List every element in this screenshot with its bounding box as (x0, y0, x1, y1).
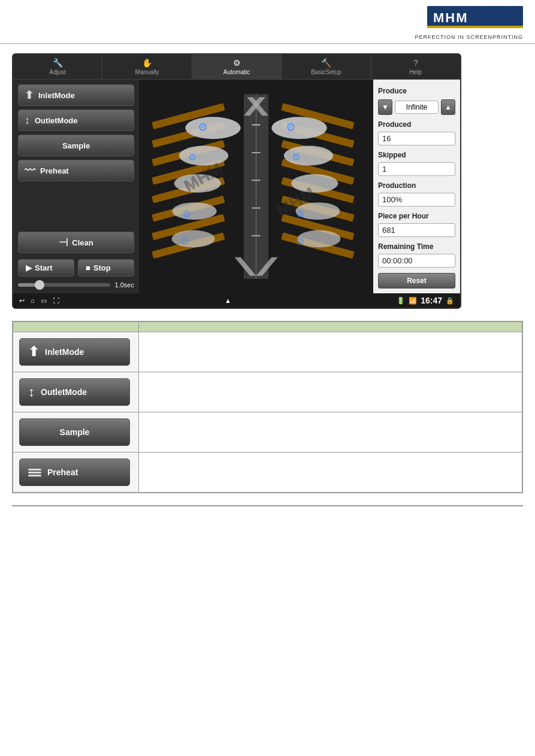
start-label: Start (35, 263, 53, 272)
remaining-time-label: Remaining Time (378, 242, 455, 251)
table-cell-sample-desc (139, 412, 522, 453)
svg-text:⚙: ⚙ (286, 121, 296, 133)
outlet-mode-icon: ↕ (25, 114, 30, 127)
window-icon[interactable]: ▭ (41, 297, 47, 305)
table-cell-preheat-btn: Preheat (13, 453, 139, 493)
wifi-icon: 📶 (409, 297, 417, 305)
content-row: ⬆ InletMode ↕ OutletMode Sample 〰 Prehea… (13, 80, 460, 293)
produced-label: Produced (378, 120, 455, 129)
svg-point-24 (173, 202, 217, 220)
stop-button[interactable]: ■ Stop (78, 259, 134, 277)
tab-automatic-label: Automatic (223, 69, 250, 75)
bottom-line (12, 505, 523, 509)
table-outlet-mode-button[interactable]: ↕ OutletMode (19, 378, 130, 406)
status-bar: ↩ ⌂ ▭ ⛶ ▲ 🔋 📶 16:47 🔒 (13, 293, 460, 308)
table-inlet-mode-button[interactable]: ⬆ InletMode (19, 338, 130, 366)
tab-help-label: Help (410, 69, 422, 75)
table-cell-inletmode-btn: ⬆ InletMode (13, 332, 139, 372)
svg-text:⚙: ⚙ (181, 236, 189, 247)
scroll-up-icon[interactable]: ▲ (225, 297, 231, 304)
outlet-mode-label: OutletMode (35, 116, 78, 125)
production-value: 100% (378, 193, 455, 207)
time-display: 16:47 (421, 296, 442, 305)
start-icon: ▶ (26, 263, 32, 272)
skipped-value: 1 (378, 162, 455, 176)
speed-value: 1.0sec (115, 281, 134, 289)
slider-thumb[interactable] (35, 280, 44, 290)
preheat-label: Preheat (40, 166, 69, 175)
table-inlet-mode-label: InletMode (45, 347, 84, 357)
sample-button[interactable]: Sample (18, 135, 134, 156)
logo-tagline: PERFECTION IN SCREENPRINTING (415, 34, 523, 40)
table-preheat-button[interactable]: Preheat (19, 459, 130, 486)
svg-text:⚙: ⚙ (292, 151, 300, 162)
mhm-logo: MHM (427, 6, 523, 33)
nav-tabs: 🔧 Adjust ✋ Manually ⚙ Automatic 🔨 BasicS… (13, 54, 460, 80)
fullscreen-icon[interactable]: ⛶ (53, 297, 59, 304)
svg-point-25 (172, 230, 215, 248)
svg-point-26 (271, 117, 327, 139)
right-stats-panel: Produce ▼ Infinite ▲ Produced 16 Skipped… (373, 80, 460, 293)
speed-slider-row: 1.0sec (18, 281, 134, 289)
svg-text:MHM: MHM (433, 10, 468, 25)
back-icon[interactable]: ↩ (19, 297, 25, 305)
table-outlet-mode-label: OutletMode (41, 387, 87, 397)
table-row-preheat: Preheat (13, 453, 522, 493)
table-col1-header (13, 322, 139, 332)
svg-text:⚙: ⚙ (188, 151, 197, 162)
preheat-button[interactable]: 〰 Preheat (18, 160, 134, 181)
table-cell-outletmode-desc (139, 372, 522, 412)
skipped-label: Skipped (378, 151, 455, 159)
tab-basicsetup[interactable]: 🔨 BasicSetup (282, 54, 371, 79)
tab-help[interactable]: ? Help (371, 54, 460, 79)
tab-manually-label: Manually (135, 69, 159, 75)
produce-down-button[interactable]: ▼ (378, 99, 392, 115)
tab-adjust-label: Adjust (49, 69, 66, 75)
table-cell-outletmode-btn: ↕ OutletMode (13, 372, 139, 412)
tab-manually[interactable]: ✋ Manually (102, 54, 192, 79)
start-stop-row: ▶ Start ■ Stop (18, 259, 134, 277)
clean-label: Clean (72, 238, 93, 247)
table-preheat-icon (28, 469, 41, 476)
speed-slider[interactable] (18, 283, 110, 287)
machine-view: ⚙ ⚙ ≈ ⚙ ⚙ ⚙ ⚙ ⚙ ⚙ (139, 80, 373, 293)
tab-automatic[interactable]: ⚙ Automatic (192, 54, 282, 79)
table-row-inletmode: ⬆ InletMode (13, 332, 522, 372)
tab-basicsetup-label: BasicSetup (311, 69, 341, 75)
home-icon[interactable]: ⌂ (31, 297, 35, 304)
clean-button[interactable]: ⊣ Clean (18, 232, 134, 253)
outlet-mode-button[interactable]: ↕ OutletMode (18, 110, 134, 131)
table-preheat-label: Preheat (47, 467, 78, 477)
status-right: 🔋 📶 16:47 🔒 (397, 296, 454, 305)
automatic-icon: ⚙ (233, 58, 241, 68)
produce-up-button[interactable]: ▲ (441, 99, 455, 115)
piece-per-hour-value: 681 (378, 223, 455, 237)
inlet-mode-button[interactable]: ⬆ InletMode (18, 84, 134, 106)
lock-icon: 🔒 (446, 297, 454, 305)
table-inlet-mode-icon: ⬆ (28, 344, 39, 360)
adjust-icon: 🔧 (53, 58, 63, 68)
svg-text:⚙: ⚙ (296, 236, 304, 247)
svg-rect-2 (427, 26, 523, 28)
tab-adjust[interactable]: 🔧 Adjust (13, 54, 102, 79)
produced-value: 16 (378, 132, 455, 145)
table-sample-label: Sample (60, 427, 90, 437)
table-cell-inletmode-desc (139, 332, 522, 372)
produce-row: ▼ Infinite ▲ (378, 99, 455, 115)
start-button[interactable]: ▶ Start (18, 259, 74, 277)
table-sample-button[interactable]: Sample (19, 418, 130, 446)
page-header: MHM PERFECTION IN SCREENPRINTING (0, 0, 535, 44)
table-row-sample: Sample (13, 412, 522, 453)
production-label: Production (378, 181, 455, 190)
clean-icon: ⊣ (59, 236, 68, 249)
inlet-mode-label: InletMode (38, 91, 75, 100)
produce-label: Produce (378, 87, 455, 95)
produce-value: Infinite (395, 101, 439, 114)
basicsetup-icon: 🔨 (321, 58, 331, 68)
table-cell-preheat-desc (139, 453, 522, 493)
help-icon: ? (413, 58, 418, 68)
reset-button[interactable]: Reset (378, 273, 455, 289)
sample-label: Sample (62, 141, 90, 150)
svg-point-21 (185, 117, 241, 139)
left-panel: ⬆ InletMode ↕ OutletMode Sample 〰 Prehea… (13, 80, 139, 293)
